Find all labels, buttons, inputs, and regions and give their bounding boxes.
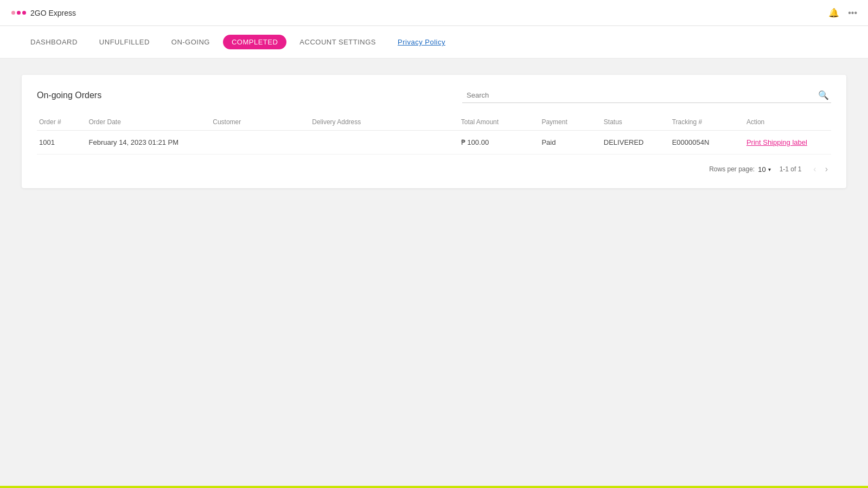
logo-dot-2 bbox=[17, 11, 21, 15]
nav-item-unfulfilled[interactable]: UNFULFILLED bbox=[91, 35, 158, 49]
rows-per-page: Rows per page: 10 ▾ bbox=[709, 165, 771, 174]
cell-customer bbox=[210, 131, 310, 155]
col-header-date: Order Date bbox=[87, 114, 211, 131]
topbar-left: 2GO Express bbox=[11, 8, 76, 18]
page-nav: ‹ › bbox=[810, 163, 831, 175]
page-info: 1-1 of 1 bbox=[780, 165, 802, 173]
main-content: On-going Orders 🔍 Order # Order Date Cus… bbox=[0, 59, 868, 204]
logo-dot-1 bbox=[11, 11, 15, 15]
search-input[interactable] bbox=[462, 89, 816, 101]
search-box: 🔍 bbox=[462, 88, 831, 103]
notification-icon[interactable]: 🔔 bbox=[828, 8, 839, 18]
next-page-button[interactable]: › bbox=[822, 163, 831, 175]
table-row: 1001 February 14, 2023 01:21 PM ₱ 100.00… bbox=[37, 131, 831, 155]
cell-order: 1001 bbox=[37, 131, 87, 155]
rows-per-page-value: 10 bbox=[758, 165, 765, 174]
cell-tracking: E0000054N bbox=[670, 131, 744, 155]
more-icon[interactable]: ••• bbox=[848, 8, 857, 18]
navbar: DASHBOARD UNFULFILLED ON-GOING COMPLETED… bbox=[0, 26, 868, 59]
col-header-action: Action bbox=[744, 114, 831, 131]
nav-item-on-going[interactable]: ON-GOING bbox=[163, 35, 219, 49]
cell-delivery bbox=[310, 131, 459, 155]
cell-payment: Paid bbox=[539, 131, 601, 155]
logo-dot-3 bbox=[22, 11, 26, 15]
table-title: On-going Orders bbox=[37, 91, 101, 100]
col-header-customer: Customer bbox=[210, 114, 310, 131]
col-header-status: Status bbox=[602, 114, 670, 131]
app-name: 2GO Express bbox=[30, 9, 76, 17]
prev-page-button[interactable]: ‹ bbox=[810, 163, 819, 175]
cell-status: DELIVERED bbox=[602, 131, 670, 155]
search-icon[interactable]: 🔍 bbox=[816, 88, 831, 102]
col-header-amount: Total Amount bbox=[459, 114, 540, 131]
nav-item-privacy-policy[interactable]: Privacy Policy bbox=[389, 35, 454, 49]
cell-date: February 14, 2023 01:21 PM bbox=[87, 131, 211, 155]
chevron-down-icon: ▾ bbox=[768, 166, 771, 172]
table-header: On-going Orders 🔍 bbox=[37, 88, 831, 103]
nav-item-dashboard[interactable]: DASHBOARD bbox=[22, 35, 86, 49]
col-header-payment: Payment bbox=[539, 114, 601, 131]
table-card: On-going Orders 🔍 Order # Order Date Cus… bbox=[22, 75, 846, 188]
logo-icon bbox=[11, 8, 26, 18]
print-shipping-label-link[interactable]: Print Shipping label bbox=[746, 138, 807, 146]
nav-item-account-settings[interactable]: ACCOUNT SETTINGS bbox=[291, 35, 385, 49]
col-header-delivery: Delivery Address bbox=[310, 114, 459, 131]
nav-item-completed[interactable]: COMPLETED bbox=[223, 35, 286, 49]
col-header-tracking: Tracking # bbox=[670, 114, 744, 131]
bottom-accent bbox=[0, 486, 868, 488]
cell-amount: ₱ 100.00 bbox=[459, 131, 540, 155]
topbar: 2GO Express 🔔 ••• bbox=[0, 0, 868, 26]
col-header-order: Order # bbox=[37, 114, 87, 131]
rows-per-page-label: Rows per page: bbox=[709, 165, 755, 173]
pagination-row: Rows per page: 10 ▾ 1-1 of 1 ‹ › bbox=[37, 155, 831, 175]
table-header-row: Order # Order Date Customer Delivery Add… bbox=[37, 114, 831, 131]
topbar-right: 🔔 ••• bbox=[828, 8, 857, 18]
cell-action: Print Shipping label bbox=[744, 131, 831, 155]
orders-table: Order # Order Date Customer Delivery Add… bbox=[37, 114, 831, 155]
rows-per-page-select[interactable]: 10 ▾ bbox=[758, 165, 770, 174]
